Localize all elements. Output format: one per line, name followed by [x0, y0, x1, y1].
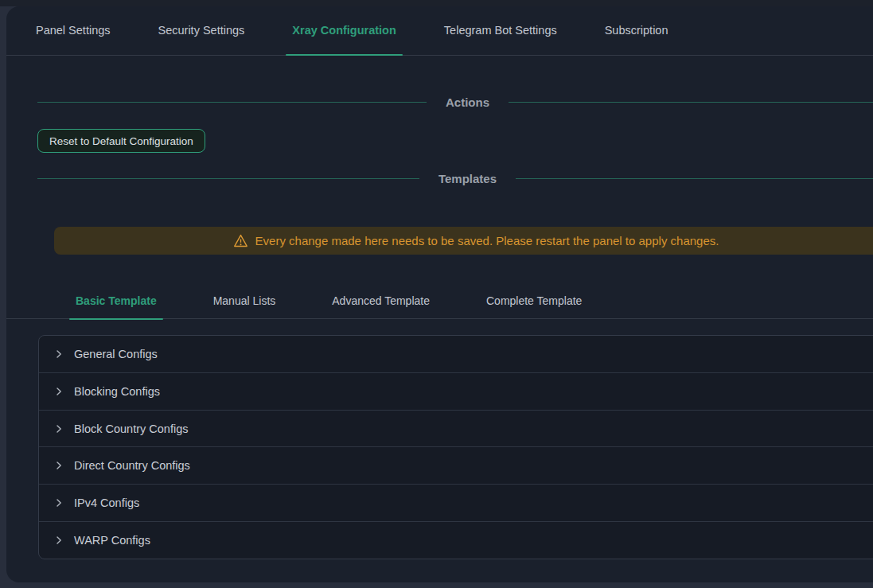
tab-security-settings[interactable]: Security Settings: [152, 6, 251, 55]
template-tab-bar: Basic Template Manual Lists Advanced Tem…: [6, 282, 873, 319]
chevron-right-icon: [54, 535, 64, 545]
main-tab-bar: Panel Settings Security Settings Xray Co…: [6, 6, 873, 56]
section-label: Blocking Configs: [74, 385, 160, 398]
warning-triangle-icon: [233, 234, 248, 247]
section-label: General Configs: [74, 348, 158, 360]
chevron-right-icon: [54, 498, 64, 508]
tab-basic-template[interactable]: Basic Template: [69, 282, 163, 319]
section-blocking-configs[interactable]: Blocking Configs: [39, 372, 873, 410]
chevron-right-icon: [54, 349, 64, 359]
templates-divider-label: Templates: [419, 172, 516, 185]
warning-text: Every change made here needs to be saved…: [255, 234, 719, 247]
tab-complete-template[interactable]: Complete Template: [480, 282, 588, 319]
section-ipv4-configs[interactable]: IPv4 Configs: [39, 484, 873, 521]
tab-subscription[interactable]: Subscription: [598, 6, 675, 55]
section-label: WARP Configs: [74, 534, 150, 547]
section-direct-country-configs[interactable]: Direct Country Configs: [39, 446, 873, 484]
actions-divider: Actions: [37, 92, 873, 111]
section-general-configs[interactable]: General Configs: [39, 336, 873, 372]
tab-panel-settings[interactable]: Panel Settings: [29, 6, 117, 55]
chevron-right-icon: [54, 461, 64, 470]
tab-manual-lists[interactable]: Manual Lists: [207, 282, 283, 319]
chevron-right-icon: [54, 387, 64, 396]
reset-to-default-button[interactable]: Reset to Default Configuration: [37, 129, 205, 153]
section-label: Direct Country Configs: [74, 459, 190, 472]
tab-xray-configuration[interactable]: Xray Configuration: [286, 6, 403, 55]
section-label: IPv4 Configs: [74, 496, 139, 509]
restart-warning-alert: Every change made here needs to be saved…: [54, 227, 873, 255]
config-sections-panel: General Configs Blocking Configs Block C…: [38, 335, 873, 559]
tab-telegram-bot-settings[interactable]: Telegram Bot Settings: [438, 6, 563, 55]
section-warp-configs[interactable]: WARP Configs: [39, 521, 873, 559]
actions-divider-label: Actions: [427, 95, 509, 109]
tab-advanced-template[interactable]: Advanced Template: [325, 282, 436, 319]
section-block-country-configs[interactable]: Block Country Configs: [39, 410, 873, 447]
templates-divider: Templates: [37, 169, 873, 188]
section-label: Block Country Configs: [74, 423, 188, 435]
settings-card: Panel Settings Security Settings Xray Co…: [6, 6, 873, 582]
page-top-strip: [0, 0, 873, 6]
chevron-right-icon: [54, 424, 64, 434]
